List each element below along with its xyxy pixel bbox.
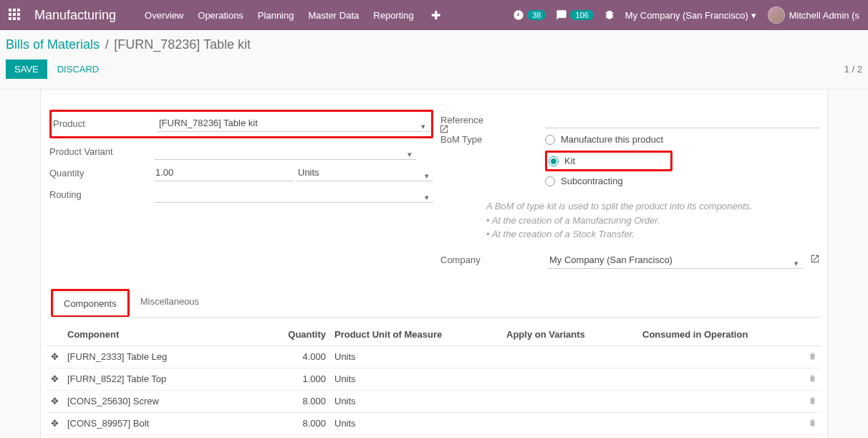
table-row[interactable]: ✥[CONS_89957] Bolt8.000Units — [47, 412, 821, 434]
cell-consumed[interactable] — [638, 346, 803, 368]
cell-uom[interactable]: Units — [330, 368, 502, 390]
radio-icon — [545, 135, 555, 145]
cell-component[interactable]: [CONS_25630] Screw — [63, 390, 266, 412]
chevron-down-icon[interactable]: ▾ — [420, 193, 433, 203]
radio-subcontracting[interactable]: Subcontracting — [545, 176, 820, 186]
highlight-kit: Kit — [545, 151, 672, 171]
breadcrumb-current: [FURN_78236] Table kit — [114, 37, 251, 52]
cell-quantity[interactable]: 8.000 — [266, 412, 330, 434]
cell-uom[interactable]: Units — [330, 346, 502, 368]
breadcrumb: Bills of Materials / [FURN_78236] Table … — [0, 30, 868, 55]
label-variant: Product Variant — [49, 146, 154, 157]
tab-miscellaneous[interactable]: Miscellaneous — [130, 290, 210, 318]
external-link-icon[interactable] — [810, 254, 820, 266]
cell-apply[interactable] — [502, 368, 638, 390]
radio-manufacture[interactable]: Manufacture this product — [545, 134, 820, 145]
nav-operations[interactable]: Operations — [198, 10, 243, 21]
external-link-icon[interactable] — [439, 124, 449, 136]
nav-master-data[interactable]: Master Data — [308, 10, 359, 21]
cell-consumed[interactable] — [638, 368, 803, 390]
label-quantity: Quantity — [49, 168, 154, 178]
cell-quantity[interactable]: 1.000 — [266, 368, 330, 390]
highlight-components-tab: Components — [51, 289, 130, 317]
tab-components[interactable]: Components — [53, 292, 127, 315]
col-apply: Apply on Variants — [502, 323, 638, 346]
label-routing: Routing — [49, 189, 154, 200]
cell-uom[interactable]: Units — [330, 412, 502, 434]
cell-component[interactable]: [FURN_8522] Table Top — [63, 368, 266, 390]
cell-apply[interactable] — [502, 412, 638, 434]
product-input[interactable] — [158, 115, 417, 132]
pager[interactable]: 1 / 2 — [844, 64, 862, 75]
app-title: Manufacturing — [34, 8, 116, 23]
activities-button[interactable]: 38 — [513, 9, 546, 21]
reference-input[interactable] — [545, 111, 820, 128]
table-row[interactable]: ✥[FURN_8522] Table Top1.000Units — [47, 368, 821, 390]
nav-add-icon[interactable]: ✚ — [431, 9, 440, 22]
label-product: Product — [53, 118, 158, 129]
messages-button[interactable]: 106 — [556, 9, 593, 21]
quantity-input[interactable] — [154, 164, 294, 181]
cell-uom[interactable]: Units — [330, 390, 502, 412]
cell-component[interactable]: [FURN_2333] Table Leg — [63, 346, 266, 368]
chevron-down-icon[interactable]: ▾ — [403, 150, 416, 160]
chevron-down-icon[interactable]: ▾ — [417, 122, 430, 132]
cell-consumed[interactable] — [638, 412, 803, 434]
radio-icon — [545, 176, 555, 186]
nav-overview[interactable]: Overview — [145, 10, 183, 21]
user-name[interactable]: Mitchell Admin (s — [789, 10, 859, 21]
drag-handle-icon[interactable]: ✥ — [47, 412, 63, 434]
cell-quantity[interactable]: 4.000 — [266, 346, 330, 368]
nav-planning[interactable]: Planning — [258, 10, 294, 21]
chevron-down-icon[interactable]: ▾ — [790, 259, 803, 269]
top-navbar: Manufacturing Overview Operations Planni… — [0, 0, 868, 30]
table-row[interactable]: ✥[FURN_2333] Table Leg4.000Units — [47, 346, 821, 368]
variant-input[interactable] — [154, 143, 403, 160]
debug-icon[interactable] — [604, 9, 615, 22]
breadcrumb-root[interactable]: Bills of Materials — [6, 37, 100, 52]
nav-reporting[interactable]: Reporting — [373, 10, 413, 21]
col-component: Component — [63, 323, 266, 346]
user-avatar[interactable] — [768, 6, 785, 24]
company-switcher[interactable]: My Company (San Francisco)▾ — [625, 10, 756, 21]
label-bom-type: BoM Type — [440, 134, 545, 145]
drag-handle-icon[interactable]: ✥ — [47, 346, 63, 368]
uom-input[interactable] — [296, 164, 420, 181]
apps-icon[interactable] — [9, 9, 21, 22]
label-company: Company — [440, 254, 548, 265]
delete-row-icon[interactable] — [803, 412, 821, 434]
help-text: A BoM of type kit is used to split the p… — [440, 199, 820, 242]
company-input[interactable] — [548, 252, 790, 269]
highlight-product: Product ▾ — [49, 110, 433, 138]
form-sheet: Product ▾ Product Variant ▾ Quantity — [40, 90, 828, 438]
activities-count: 38 — [527, 10, 546, 20]
delete-row-icon[interactable] — [803, 346, 821, 368]
col-uom: Product Unit of Measure — [330, 323, 502, 346]
cell-quantity[interactable]: 8.000 — [266, 390, 330, 412]
cell-apply[interactable] — [502, 390, 638, 412]
cell-consumed[interactable] — [638, 390, 803, 412]
col-consumed: Consumed in Operation — [638, 323, 803, 346]
table-row[interactable]: ✥[CONS_25630] Screw8.000Units — [47, 390, 821, 412]
col-quantity: Quantity — [266, 323, 330, 346]
drag-handle-icon[interactable]: ✥ — [47, 368, 63, 390]
chevron-down-icon[interactable]: ▾ — [420, 171, 433, 181]
messages-count: 106 — [570, 10, 593, 20]
delete-row-icon[interactable] — [803, 390, 821, 412]
cell-apply[interactable] — [502, 346, 638, 368]
drag-handle-icon[interactable]: ✥ — [47, 390, 63, 412]
clock-icon — [513, 9, 524, 21]
delete-row-icon[interactable] — [803, 368, 821, 390]
chat-icon — [556, 9, 567, 21]
cell-component[interactable]: [CONS_89957] Bolt — [63, 412, 266, 434]
action-bar: SAVE DISCARD 1 / 2 — [0, 55, 868, 90]
components-table: Component Quantity Product Unit of Measu… — [47, 323, 821, 439]
radio-kit[interactable]: Kit — [547, 156, 667, 166]
routing-input[interactable] — [154, 186, 420, 203]
label-reference: Reference — [440, 115, 545, 125]
discard-button[interactable]: DISCARD — [57, 64, 100, 75]
save-button[interactable]: SAVE — [6, 59, 47, 79]
tabs: Components Miscellaneous — [47, 289, 821, 318]
radio-icon — [549, 156, 559, 166]
